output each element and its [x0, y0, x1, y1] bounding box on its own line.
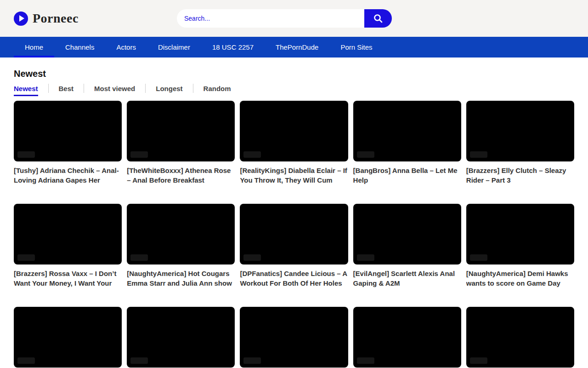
duration-badge — [357, 151, 374, 158]
video-title[interactable]: [DPFanatics] Candee Licious – A Workout … — [240, 269, 348, 288]
video-thumbnail[interactable] — [240, 101, 348, 161]
video-title[interactable]: [Brazzers] Rossa Vaxx – I Don’t Want You… — [14, 269, 122, 288]
tab-newest[interactable]: Newest — [14, 85, 38, 96]
sort-tabs: Newest Best Most viewed Longest Random — [14, 84, 574, 97]
duration-badge — [470, 151, 487, 158]
video-card[interactable]: [Brazzers] Elly Clutch – Sleazy Rider – … — [466, 101, 574, 185]
video-thumbnail[interactable] — [353, 204, 461, 264]
video-thumbnail[interactable] — [240, 204, 348, 264]
video-card[interactable]: [NaughtyAmerica] Hot Cougars Emma Starr … — [127, 204, 235, 288]
search-bar — [177, 9, 392, 28]
nav-item-actors[interactable]: Actors — [105, 37, 147, 58]
video-card[interactable] — [14, 307, 122, 368]
duration-badge — [470, 254, 487, 261]
nav-item-18-usc-2257[interactable]: 18 USC 2257 — [201, 37, 265, 58]
nav-item-home[interactable]: Home — [14, 37, 54, 58]
video-title[interactable]: [Tushy] Adriana Chechik – Anal-Loving Ad… — [14, 166, 122, 185]
search-button[interactable] — [364, 9, 392, 28]
video-card[interactable] — [353, 307, 461, 368]
video-title[interactable]: [BangBros] Anna Bella – Let Me Help — [353, 166, 461, 185]
video-thumbnail[interactable] — [14, 204, 122, 264]
search-icon — [373, 13, 384, 24]
video-title[interactable]: [NaughtyAmerica] Demi Hawks wants to sco… — [466, 269, 574, 288]
duration-badge — [243, 151, 261, 158]
duration-badge — [470, 357, 487, 364]
site-logo[interactable]: Porneec — [14, 0, 79, 37]
video-card[interactable] — [466, 307, 574, 368]
duration-badge — [357, 357, 374, 364]
video-card[interactable]: [NaughtyAmerica] Demi Hawks wants to sco… — [466, 204, 574, 288]
video-title[interactable]: [Brazzers] Elly Clutch – Sleazy Rider – … — [466, 166, 574, 185]
page-title: Newest — [14, 69, 574, 79]
video-thumbnail[interactable] — [14, 101, 122, 161]
duration-badge — [17, 151, 35, 158]
tab-divider — [48, 84, 49, 93]
play-icon — [14, 12, 28, 26]
tab-longest[interactable]: Longest — [156, 85, 182, 96]
nav-item-disclaimer[interactable]: Disclaimer — [147, 37, 201, 58]
video-thumbnail[interactable] — [240, 307, 348, 368]
tab-most-viewed[interactable]: Most viewed — [94, 85, 135, 96]
video-title[interactable]: [EvilAngel] Scarlett Alexis Anal Gaping … — [353, 269, 461, 288]
video-thumbnail[interactable] — [353, 101, 461, 161]
video-thumbnail[interactable] — [466, 101, 574, 161]
video-grid: [Tushy] Adriana Chechik – Anal-Loving Ad… — [14, 101, 574, 368]
tab-divider — [84, 84, 84, 93]
video-thumbnail[interactable] — [127, 204, 235, 264]
nav-item-theporndude[interactable]: ThePornDude — [265, 37, 329, 58]
nav-item-channels[interactable]: Channels — [54, 37, 105, 58]
video-card[interactable]: [Tushy] Adriana Chechik – Anal-Loving Ad… — [14, 101, 122, 185]
video-thumbnail[interactable] — [127, 101, 235, 161]
video-card[interactable] — [127, 307, 235, 368]
video-thumbnail[interactable] — [127, 307, 235, 368]
video-title[interactable]: [TheWhiteBoxxx] Athenea Rose – Anal Befo… — [127, 166, 235, 185]
video-card[interactable]: [DPFanatics] Candee Licious – A Workout … — [240, 204, 348, 288]
site-header: Porneec — [0, 0, 588, 37]
video-title[interactable]: [RealityKings] Diabella Eclair – If You … — [240, 166, 348, 185]
duration-badge — [357, 254, 374, 261]
main-nav: Home Channels Actors Disclaimer 18 USC 2… — [0, 37, 588, 58]
duration-badge — [130, 254, 148, 261]
video-thumbnail[interactable] — [353, 307, 461, 368]
tab-random[interactable]: Random — [204, 85, 231, 96]
nav-item-porn-sites[interactable]: Porn Sites — [329, 37, 383, 58]
video-card[interactable]: [Brazzers] Rossa Vaxx – I Don’t Want You… — [14, 204, 122, 288]
brand-name: Porneec — [33, 11, 79, 26]
video-thumbnail[interactable] — [466, 204, 574, 264]
duration-badge — [17, 254, 35, 261]
video-thumbnail[interactable] — [14, 307, 122, 368]
tab-divider — [145, 84, 146, 93]
main-content: Newest Newest Best Most viewed Longest R… — [0, 69, 588, 368]
duration-badge — [243, 254, 261, 261]
video-card[interactable]: [EvilAngel] Scarlett Alexis Anal Gaping … — [353, 204, 461, 288]
tab-best[interactable]: Best — [59, 85, 74, 96]
tab-divider — [193, 84, 193, 93]
video-card[interactable]: [BangBros] Anna Bella – Let Me Help — [353, 101, 461, 185]
duration-badge — [17, 357, 35, 364]
search-input[interactable] — [177, 9, 364, 28]
video-thumbnail[interactable] — [466, 307, 574, 368]
video-card[interactable] — [240, 307, 348, 368]
duration-badge — [130, 151, 148, 158]
video-card[interactable]: [RealityKings] Diabella Eclair – If You … — [240, 101, 348, 185]
duration-badge — [243, 357, 261, 364]
duration-badge — [130, 357, 148, 364]
video-card[interactable]: [TheWhiteBoxxx] Athenea Rose – Anal Befo… — [127, 101, 235, 185]
video-title[interactable]: [NaughtyAmerica] Hot Cougars Emma Starr … — [127, 269, 235, 288]
